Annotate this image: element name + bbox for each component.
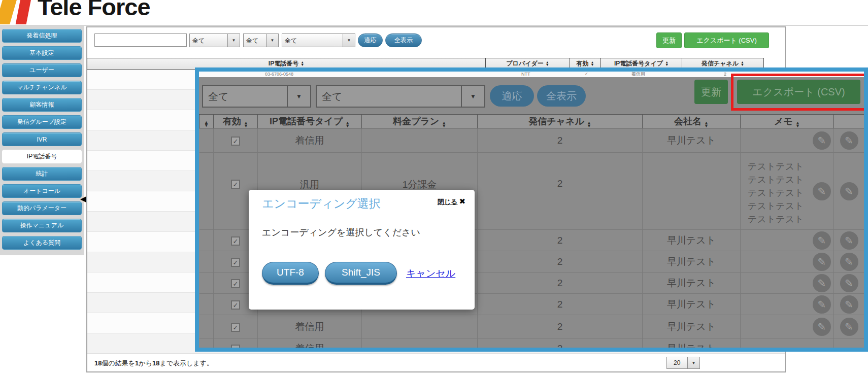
edit-pencil-icon: ✎ <box>813 295 831 314</box>
sidebar-item-faq[interactable]: よくある質問 <box>2 236 82 250</box>
chevron-down-icon[interactable]: ▼ <box>343 34 355 47</box>
filter-dropdown-2[interactable]: 全て ▼ <box>243 33 279 47</box>
edit-pencil-icon: ✎ <box>840 253 858 271</box>
sidebar-collapse-icon[interactable]: ◀ <box>80 194 86 203</box>
column-header-label: プロバイダー <box>506 59 543 68</box>
inset-filter-dropdown-1: 全て ▼ <box>202 85 311 108</box>
inset-header-row: ▲▼ 有効 ▲▼ IP電話番号タイプ ▲▼ 料金プラン ▲▼ 発信チャネル ▲▼… <box>199 115 864 128</box>
inset-column-actions <box>834 115 864 128</box>
red-highlight-box <box>731 74 864 111</box>
inset-column-valid: 有効 ▲▼ <box>214 115 258 128</box>
sliver-provider: NTT <box>521 72 530 77</box>
inset-row: ✓ 着信用 2早川テスト ✎ ✎ <box>199 315 864 338</box>
logo-red-shape <box>15 0 34 24</box>
logo-text: Tele Force <box>38 0 150 21</box>
column-header-label: IP電話番号 <box>269 59 298 68</box>
checkbox-checked: ✓ <box>231 137 240 146</box>
inset-column-memo: メモ ▲▼ <box>741 115 834 128</box>
search-input[interactable] <box>94 33 187 47</box>
inset-filter-2-value: 全て <box>317 86 461 107</box>
inset-column-plan: 料金プラン ▲▼ <box>362 115 478 128</box>
app-logo: Tele Force <box>0 0 218 24</box>
inset-refresh-button: 更新 <box>694 80 728 104</box>
column-header-label: IP電話番号タイプ <box>614 59 663 68</box>
sort-icon[interactable]: ▲▼ <box>741 61 744 66</box>
close-button[interactable]: 閉じる✖ <box>438 197 465 207</box>
filter-dropdown-1-value: 全て <box>190 34 227 47</box>
chevron-down-icon[interactable]: ▼ <box>687 357 699 368</box>
cancel-link[interactable]: キャンセル <box>406 267 455 280</box>
refresh-button[interactable]: 更新 <box>656 32 682 48</box>
sliver-channel: 2 <box>724 72 726 77</box>
encoding-dialog: エンコーディング選択 閉じる✖ エンコーディングを選択してください UTF-8 … <box>249 190 475 310</box>
edit-pencil-icon: ✎ <box>840 231 858 250</box>
sidebar-item-statistics[interactable]: 統計 <box>2 167 82 181</box>
header-divider <box>0 25 868 26</box>
sidebar-item-multichannel[interactable]: マルチチャンネル <box>2 81 82 94</box>
sort-icon: ▲▼ <box>704 122 709 127</box>
edit-pencil-icon: ✎ <box>813 231 831 250</box>
sort-icon[interactable]: ▲▼ <box>301 61 304 66</box>
shift-jis-button[interactable]: Shift_JIS <box>325 262 397 285</box>
close-icon[interactable]: ✖ <box>459 197 465 206</box>
chevron-down-icon: ▼ <box>461 86 484 107</box>
checkbox-checked: ✓ <box>231 180 240 189</box>
sliver-phone: 03-6706-0548 <box>265 72 293 77</box>
utf8-button[interactable]: UTF-8 <box>262 262 319 285</box>
sliver-type: 着信用 <box>631 72 645 77</box>
checkbox-checked: ✓ <box>231 236 240 246</box>
filter-dropdown-2-value: 全て <box>244 34 266 47</box>
page-size-value: 20 <box>667 357 687 368</box>
sort-icon: ▲▼ <box>204 121 209 127</box>
results-summary: 18個の結果を1から18まで表示します。 <box>94 359 213 368</box>
checkbox-checked: ✓ <box>231 258 240 267</box>
edit-pencil-icon: ✎ <box>813 274 831 292</box>
show-all-button[interactable]: 全表示 <box>385 33 422 47</box>
dialog-title: エンコーディング選択 <box>262 196 381 212</box>
inset-column-company: 会社名 ▲▼ <box>643 115 741 128</box>
sort-icon: ▲▼ <box>244 122 248 127</box>
sort-icon: ▲▼ <box>345 122 350 127</box>
table-footer: 18個の結果を1から18まで表示します。 20 ▼ <box>87 354 785 370</box>
close-label[interactable]: 閉じる <box>438 198 458 206</box>
inset-row: ✓ 着信用 2早川テスト ✎ ✎ <box>199 128 864 153</box>
chevron-down-icon[interactable]: ▼ <box>227 34 240 47</box>
inset-column-partial: ▲▼ <box>199 115 214 128</box>
sidebar-item-ip-phone-number[interactable]: IP電話番号 <box>2 150 82 163</box>
edit-pencil-icon: ✎ <box>813 253 831 271</box>
checkbox-checked: ✓ <box>231 345 240 348</box>
sidebar-item-users[interactable]: ユーザー <box>2 63 82 77</box>
sort-icon[interactable]: ▲▼ <box>665 61 669 66</box>
edit-pencil-icon: ✎ <box>840 131 858 150</box>
sort-icon[interactable]: ▲▼ <box>546 61 549 66</box>
sidebar-item-call-processing[interactable]: 発着信処理 <box>2 29 82 43</box>
filter-dropdown-3[interactable]: 全て ▼ <box>282 33 355 47</box>
sidebar-item-customer-info[interactable]: 顧客情報 <box>2 98 82 112</box>
zoom-callout: 03-6706-0548 NTT ✓ 着信用 2 全て ▼ 全て ▼ 適応 全表… <box>195 67 868 352</box>
filter-dropdown-3-value: 全て <box>282 34 343 47</box>
page-size-dropdown[interactable]: 20 ▼ <box>666 357 700 369</box>
export-csv-button[interactable]: エクスポート (CSV) <box>684 32 769 48</box>
chevron-down-icon[interactable]: ▼ <box>266 34 278 47</box>
sidebar-item-dynamic-params[interactable]: 動的パラメーター <box>2 201 82 215</box>
inset-filter-dropdown-2: 全て ▼ <box>316 85 485 108</box>
column-header-label: 発信チャネル <box>702 59 739 68</box>
inset-row: ✓ 着信用 2早川テスト <box>199 338 864 348</box>
sort-icon[interactable]: ▲▼ <box>591 61 594 66</box>
filter-dropdown-1[interactable]: 全て ▼ <box>189 33 240 47</box>
sidebar-item-basic-settings[interactable]: 基本設定 <box>2 46 82 60</box>
sidebar-item-outbound-group[interactable]: 発信グループ設定 <box>2 115 82 129</box>
edit-pencil-icon: ✎ <box>840 182 858 200</box>
sidebar-item-ivr[interactable]: IVR <box>2 132 82 146</box>
apply-button[interactable]: 適応 <box>358 33 383 47</box>
inset-column-channel: 発信チャネル ▲▼ <box>478 115 643 128</box>
chevron-down-icon: ▼ <box>287 86 310 107</box>
checkbox-checked: ✓ <box>231 279 240 288</box>
sidebar-item-autocall[interactable]: オートコール <box>2 184 82 198</box>
edit-pencil-icon: ✎ <box>840 318 858 336</box>
sidebar: 発着信処理 基本設定 ユーザー マルチチャンネル 顧客情報 発信グループ設定 I… <box>0 26 84 255</box>
sidebar-item-manual[interactable]: 操作マニュアル <box>2 219 82 232</box>
inset-apply-button: 適応 <box>490 85 534 107</box>
checkbox-checked: ✓ <box>231 323 240 332</box>
edit-pencil-icon: ✎ <box>840 274 858 292</box>
